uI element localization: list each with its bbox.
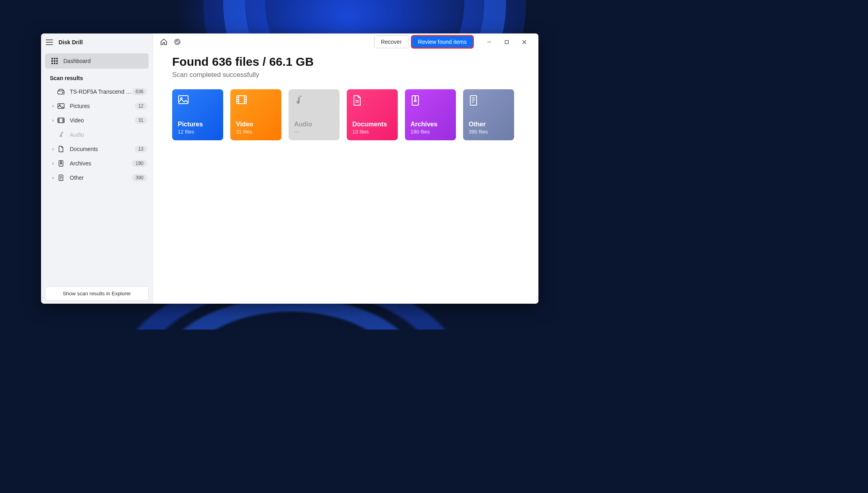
grid-icon xyxy=(51,58,58,64)
headline: Found 636 files / 66.1 GB xyxy=(172,55,519,69)
card-title: Documents xyxy=(352,121,392,128)
device-label: TS-RDF5A Transcend US… xyxy=(70,88,132,95)
app-window: Disk Drill Dashboard Scan results TS-RDF… xyxy=(41,33,538,304)
tree-label: Audio xyxy=(70,132,147,138)
sidebar-item-video[interactable]: › Video 31 xyxy=(41,113,153,128)
other-icon xyxy=(469,95,480,106)
chevron-right-icon: › xyxy=(50,161,56,166)
other-icon xyxy=(57,174,65,181)
review-found-items-button[interactable]: Review found items xyxy=(412,36,473,48)
svg-point-1 xyxy=(63,92,63,93)
tree-label: Documents xyxy=(70,146,135,152)
content: Found 636 files / 66.1 GB Scan completed… xyxy=(153,50,538,145)
pictures-icon xyxy=(178,95,189,106)
svg-rect-24 xyxy=(505,40,508,43)
card-audio[interactable]: Audio — xyxy=(289,89,340,140)
svg-point-22 xyxy=(174,39,181,45)
chevron-right-icon: › xyxy=(50,175,56,181)
card-documents[interactable]: Documents 13 files xyxy=(347,89,398,140)
chevron-right-icon: › xyxy=(50,118,56,123)
video-icon xyxy=(236,95,247,106)
card-title: Archives xyxy=(410,121,450,128)
scan-results-label: Scan results xyxy=(41,71,153,84)
dashboard-button[interactable]: Dashboard xyxy=(45,53,149,69)
card-archives[interactable]: Archives 190 files xyxy=(405,89,456,140)
sidebar: Disk Drill Dashboard Scan results TS-RDF… xyxy=(41,33,153,304)
svg-rect-17 xyxy=(61,163,62,164)
chevron-right-icon: › xyxy=(50,146,56,152)
minimize-button[interactable] xyxy=(480,36,498,48)
count-badge: 13 xyxy=(135,145,147,153)
card-title: Audio xyxy=(294,121,334,128)
pictures-icon xyxy=(57,102,65,110)
show-in-explorer-button[interactable]: Show scan results in Explorer xyxy=(45,287,149,301)
count-badge: 12 xyxy=(135,102,147,110)
chevron-right-icon: › xyxy=(50,103,56,109)
audio-icon xyxy=(294,95,305,106)
sidebar-item-audio[interactable]: Audio xyxy=(41,128,153,142)
sidebar-item-archives[interactable]: › Archives 190 xyxy=(41,156,153,171)
count-badge: 390 xyxy=(132,174,147,181)
card-title: Pictures xyxy=(178,121,218,128)
card-pictures[interactable]: Pictures 12 files xyxy=(172,89,223,140)
card-video[interactable]: Video 31 files xyxy=(230,89,281,140)
main-area: Recover Review found items Found 636 fil… xyxy=(153,33,538,304)
maximize-button[interactable] xyxy=(498,36,515,48)
sidebar-item-pictures[interactable]: › Pictures 12 xyxy=(41,99,153,113)
drive-icon xyxy=(57,88,65,95)
audio-icon xyxy=(57,131,65,138)
documents-icon xyxy=(57,145,65,153)
sidebar-item-device[interactable]: TS-RDF5A Transcend US… 636 xyxy=(41,84,153,99)
card-title: Video xyxy=(236,121,276,128)
documents-icon xyxy=(352,95,363,106)
topbar: Recover Review found items xyxy=(153,33,538,50)
home-icon[interactable] xyxy=(159,37,169,47)
card-count: 31 files xyxy=(236,129,276,135)
svg-rect-27 xyxy=(179,96,188,104)
tree-label: Pictures xyxy=(70,103,135,109)
archives-icon xyxy=(410,95,422,106)
tree-label: Archives xyxy=(70,160,132,167)
card-count: 13 files xyxy=(352,129,392,135)
archives-icon xyxy=(57,160,65,167)
hamburger-icon[interactable] xyxy=(46,39,53,45)
checkmark-badge-icon[interactable] xyxy=(172,37,183,47)
sidebar-header: Disk Drill xyxy=(41,33,153,51)
tree-label: Other xyxy=(70,175,132,181)
count-badge: 31 xyxy=(135,117,147,124)
count-badge: 190 xyxy=(132,160,147,167)
subhead: Scan completed successfully xyxy=(172,71,519,79)
device-count: 636 xyxy=(132,88,147,95)
window-controls xyxy=(480,36,533,48)
card-title: Other xyxy=(469,121,509,128)
card-count: — xyxy=(294,129,334,135)
card-count: 190 files xyxy=(410,129,450,135)
close-button[interactable] xyxy=(515,36,533,48)
app-title: Disk Drill xyxy=(59,39,83,45)
svg-rect-44 xyxy=(414,100,416,102)
dashboard-label: Dashboard xyxy=(63,58,91,64)
card-count: 390 files xyxy=(469,129,509,135)
sidebar-item-other[interactable]: › Other 390 xyxy=(41,171,153,185)
category-cards: Pictures 12 files Video 31 files Audio — xyxy=(172,89,519,140)
card-count: 12 files xyxy=(178,129,218,135)
recover-button[interactable]: Recover xyxy=(374,35,408,48)
video-icon xyxy=(57,117,65,124)
sidebar-item-documents[interactable]: › Documents 13 xyxy=(41,142,153,156)
card-other[interactable]: Other 390 files xyxy=(463,89,514,140)
tree-label: Video xyxy=(70,117,135,124)
